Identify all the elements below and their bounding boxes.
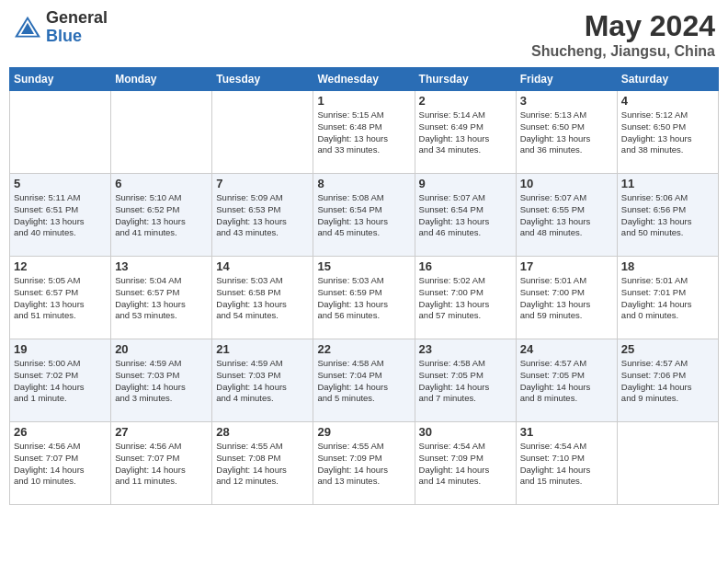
- day-cell: 20Sunrise: 4:59 AM Sunset: 7:03 PM Dayli…: [111, 339, 212, 422]
- day-info: Sunrise: 4:57 AM Sunset: 7:05 PM Dayligh…: [520, 358, 613, 405]
- day-cell: 2Sunrise: 5:14 AM Sunset: 6:49 PM Daylig…: [415, 91, 516, 174]
- logo-icon: [13, 15, 42, 40]
- day-info: Sunrise: 5:02 AM Sunset: 7:00 PM Dayligh…: [419, 275, 512, 322]
- day-info: Sunrise: 5:12 AM Sunset: 6:50 PM Dayligh…: [621, 109, 714, 156]
- day-cell: 25Sunrise: 4:57 AM Sunset: 7:06 PM Dayli…: [617, 339, 718, 422]
- calendar-table: Sunday Monday Tuesday Wednesday Thursday…: [9, 67, 719, 505]
- week-row-2: 5Sunrise: 5:11 AM Sunset: 6:51 PM Daylig…: [10, 174, 719, 257]
- day-number: 22: [317, 342, 410, 356]
- day-cell: [10, 91, 111, 174]
- day-info: Sunrise: 5:15 AM Sunset: 6:48 PM Dayligh…: [317, 109, 410, 156]
- week-row-5: 26Sunrise: 4:56 AM Sunset: 7:07 PM Dayli…: [10, 422, 719, 505]
- day-cell: 6Sunrise: 5:10 AM Sunset: 6:52 PM Daylig…: [111, 174, 212, 257]
- day-info: Sunrise: 5:00 AM Sunset: 7:02 PM Dayligh…: [14, 358, 107, 405]
- day-info: Sunrise: 4:54 AM Sunset: 7:10 PM Dayligh…: [520, 441, 613, 488]
- calendar-location: Shucheng, Jiangsu, China: [531, 43, 715, 60]
- day-number: 5: [14, 177, 107, 190]
- day-number: 27: [115, 425, 208, 439]
- day-cell: 8Sunrise: 5:08 AM Sunset: 6:54 PM Daylig…: [313, 174, 415, 257]
- title-block: May 2024 Shucheng, Jiangsu, China: [531, 9, 715, 60]
- day-number: 13: [115, 259, 208, 273]
- day-cell: 18Sunrise: 5:01 AM Sunset: 7:01 PM Dayli…: [617, 257, 718, 339]
- day-cell: 7Sunrise: 5:09 AM Sunset: 6:53 PM Daylig…: [212, 174, 313, 257]
- day-cell: 11Sunrise: 5:06 AM Sunset: 6:56 PM Dayli…: [617, 174, 718, 257]
- day-cell: 13Sunrise: 5:04 AM Sunset: 6:57 PM Dayli…: [111, 257, 212, 339]
- day-info: Sunrise: 5:03 AM Sunset: 6:59 PM Dayligh…: [317, 275, 410, 322]
- day-cell: 12Sunrise: 5:05 AM Sunset: 6:57 PM Dayli…: [10, 257, 111, 339]
- day-cell: [111, 91, 212, 174]
- day-number: 18: [621, 259, 714, 273]
- day-number: 24: [520, 342, 613, 356]
- day-cell: 27Sunrise: 4:56 AM Sunset: 7:07 PM Dayli…: [111, 422, 212, 505]
- day-info: Sunrise: 5:01 AM Sunset: 7:01 PM Dayligh…: [621, 275, 714, 322]
- day-number: 1: [317, 94, 410, 108]
- logo-blue-text: Blue: [46, 28, 108, 46]
- day-number: 7: [216, 177, 309, 190]
- page-header: General Blue May 2024 Shucheng, Jiangsu,…: [9, 9, 719, 60]
- day-info: Sunrise: 5:10 AM Sunset: 6:52 PM Dayligh…: [115, 192, 208, 239]
- day-number: 31: [520, 425, 613, 439]
- day-cell: 4Sunrise: 5:12 AM Sunset: 6:50 PM Daylig…: [617, 91, 718, 174]
- day-number: 12: [14, 259, 107, 273]
- day-info: Sunrise: 5:08 AM Sunset: 6:54 PM Dayligh…: [317, 192, 410, 239]
- day-number: 8: [317, 177, 410, 190]
- day-info: Sunrise: 5:09 AM Sunset: 6:53 PM Dayligh…: [216, 192, 309, 239]
- day-cell: 17Sunrise: 5:01 AM Sunset: 7:00 PM Dayli…: [516, 257, 617, 339]
- day-cell: 15Sunrise: 5:03 AM Sunset: 6:59 PM Dayli…: [313, 257, 415, 339]
- week-row-4: 19Sunrise: 5:00 AM Sunset: 7:02 PM Dayli…: [10, 339, 719, 422]
- day-info: Sunrise: 5:11 AM Sunset: 6:51 PM Dayligh…: [14, 192, 107, 239]
- day-info: Sunrise: 5:01 AM Sunset: 7:00 PM Dayligh…: [520, 275, 613, 322]
- day-info: Sunrise: 4:56 AM Sunset: 7:07 PM Dayligh…: [14, 441, 107, 488]
- day-cell: 24Sunrise: 4:57 AM Sunset: 7:05 PM Dayli…: [516, 339, 617, 422]
- day-cell: 23Sunrise: 4:58 AM Sunset: 7:05 PM Dayli…: [415, 339, 516, 422]
- day-number: 19: [14, 342, 107, 356]
- day-info: Sunrise: 4:58 AM Sunset: 7:04 PM Dayligh…: [317, 358, 410, 405]
- day-cell: [212, 91, 313, 174]
- day-info: Sunrise: 4:56 AM Sunset: 7:07 PM Dayligh…: [115, 441, 208, 488]
- day-number: 3: [520, 94, 613, 108]
- day-number: 26: [14, 425, 107, 439]
- day-cell: 26Sunrise: 4:56 AM Sunset: 7:07 PM Dayli…: [10, 422, 111, 505]
- day-cell: 30Sunrise: 4:54 AM Sunset: 7:09 PM Dayli…: [415, 422, 516, 505]
- day-number: 30: [419, 425, 512, 439]
- day-info: Sunrise: 4:55 AM Sunset: 7:09 PM Dayligh…: [317, 441, 410, 488]
- day-number: 2: [419, 94, 512, 108]
- day-info: Sunrise: 4:59 AM Sunset: 7:03 PM Dayligh…: [216, 358, 309, 405]
- day-number: 11: [621, 177, 714, 190]
- calendar-title: May 2024: [531, 9, 715, 43]
- day-info: Sunrise: 5:06 AM Sunset: 6:56 PM Dayligh…: [621, 192, 714, 239]
- day-cell: 16Sunrise: 5:02 AM Sunset: 7:00 PM Dayli…: [415, 257, 516, 339]
- logo: General Blue: [13, 9, 108, 46]
- day-cell: 22Sunrise: 4:58 AM Sunset: 7:04 PM Dayli…: [313, 339, 415, 422]
- day-info: Sunrise: 4:55 AM Sunset: 7:08 PM Dayligh…: [216, 441, 309, 488]
- col-friday: Friday: [516, 68, 617, 91]
- day-number: 29: [317, 425, 410, 439]
- day-number: 25: [621, 342, 714, 356]
- day-info: Sunrise: 5:07 AM Sunset: 6:55 PM Dayligh…: [520, 192, 613, 239]
- day-number: 28: [216, 425, 309, 439]
- day-cell: [617, 422, 718, 505]
- col-tuesday: Tuesday: [212, 68, 313, 91]
- day-info: Sunrise: 5:14 AM Sunset: 6:49 PM Dayligh…: [419, 109, 512, 156]
- day-number: 14: [216, 259, 309, 273]
- day-number: 21: [216, 342, 309, 356]
- day-cell: 31Sunrise: 4:54 AM Sunset: 7:10 PM Dayli…: [516, 422, 617, 505]
- day-info: Sunrise: 5:07 AM Sunset: 6:54 PM Dayligh…: [419, 192, 512, 239]
- header-row: Sunday Monday Tuesday Wednesday Thursday…: [10, 68, 719, 91]
- day-cell: 1Sunrise: 5:15 AM Sunset: 6:48 PM Daylig…: [313, 91, 415, 174]
- day-cell: 28Sunrise: 4:55 AM Sunset: 7:08 PM Dayli…: [212, 422, 313, 505]
- day-info: Sunrise: 4:58 AM Sunset: 7:05 PM Dayligh…: [419, 358, 512, 405]
- day-number: 17: [520, 259, 613, 273]
- week-row-1: 1Sunrise: 5:15 AM Sunset: 6:48 PM Daylig…: [10, 91, 719, 174]
- day-number: 15: [317, 259, 410, 273]
- day-number: 23: [419, 342, 512, 356]
- day-info: Sunrise: 5:04 AM Sunset: 6:57 PM Dayligh…: [115, 275, 208, 322]
- day-cell: 10Sunrise: 5:07 AM Sunset: 6:55 PM Dayli…: [516, 174, 617, 257]
- day-cell: 9Sunrise: 5:07 AM Sunset: 6:54 PM Daylig…: [415, 174, 516, 257]
- day-cell: 29Sunrise: 4:55 AM Sunset: 7:09 PM Dayli…: [313, 422, 415, 505]
- day-info: Sunrise: 4:57 AM Sunset: 7:06 PM Dayligh…: [621, 358, 714, 405]
- logo-general-text: General: [46, 9, 108, 28]
- day-info: Sunrise: 5:05 AM Sunset: 6:57 PM Dayligh…: [14, 275, 107, 322]
- day-number: 10: [520, 177, 613, 190]
- day-number: 6: [115, 177, 208, 190]
